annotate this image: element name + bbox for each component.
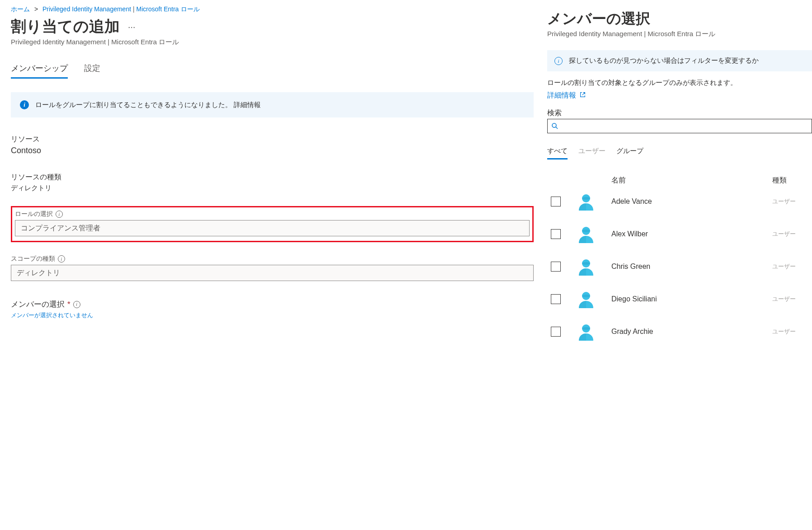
svg-line-1 xyxy=(556,127,558,129)
breadcrumb: ホーム > Privileged Identity Management | M… xyxy=(11,5,534,14)
member-name: Adele Vance xyxy=(611,197,772,206)
page-title: 割り当ての追加 xyxy=(11,16,120,37)
role-select-highlight: ロールの選択 i コンプライアンス管理者 xyxy=(11,206,534,242)
breadcrumb-home[interactable]: ホーム xyxy=(11,5,30,13)
member-name: Alex Wilber xyxy=(611,230,772,238)
avatar xyxy=(576,289,611,309)
member-name: Grady Archie xyxy=(611,328,772,336)
col-type-header: 種類 xyxy=(772,176,808,185)
breadcrumb-pim[interactable]: Privileged Identity Management xyxy=(42,5,131,13)
info-tooltip-icon[interactable]: i xyxy=(58,255,65,263)
resource-type-label: リソースの種類 xyxy=(11,173,534,182)
external-link-icon xyxy=(580,91,586,99)
svg-point-7 xyxy=(582,262,590,265)
scope-type-dropdown[interactable]: ディレクトリ xyxy=(11,265,534,281)
col-name-header: 名前 xyxy=(611,176,772,185)
avatar xyxy=(576,224,611,244)
scope-type-value: ディレクトリ xyxy=(17,268,60,278)
detail-info-link[interactable]: 詳細情報 xyxy=(547,91,586,100)
role-select-value: コンプライアンス管理者 xyxy=(21,224,100,233)
panel-info-text: 探しているものが見つからない場合はフィルターを変更するか xyxy=(569,56,759,65)
member-name: Diego Siciliani xyxy=(611,295,772,303)
no-member-selected-link[interactable]: メンバーが選択されていません xyxy=(11,311,534,319)
svg-point-0 xyxy=(552,123,556,127)
member-type: ユーザー xyxy=(772,328,808,336)
member-list-header: 名前 種類 xyxy=(547,176,812,185)
member-checkbox[interactable] xyxy=(551,327,561,337)
breadcrumb-roles[interactable]: Microsoft Entra ロール xyxy=(136,5,200,13)
member-checkbox[interactable] xyxy=(551,262,561,272)
more-icon[interactable]: ··· xyxy=(128,22,136,32)
member-row[interactable]: Alex Wilberユーザー xyxy=(547,218,812,250)
tab-membership[interactable]: メンバーシップ xyxy=(11,63,68,79)
info-icon: i xyxy=(554,57,563,65)
info-tooltip-icon[interactable]: i xyxy=(56,211,63,218)
member-checkbox[interactable] xyxy=(551,229,561,239)
info-icon: i xyxy=(20,100,29,109)
svg-point-9 xyxy=(582,295,590,297)
member-row[interactable]: Diego Sicilianiユーザー xyxy=(547,283,812,315)
role-select-label: ロールの選択 i xyxy=(15,210,530,218)
svg-point-5 xyxy=(582,230,590,232)
member-row[interactable]: Grady Archieユーザー xyxy=(547,315,812,348)
member-row[interactable]: Adele Vanceユーザー xyxy=(547,185,812,218)
avatar xyxy=(576,322,611,342)
resource-value: Contoso xyxy=(11,146,534,155)
member-name: Chris Green xyxy=(611,263,772,271)
search-label: 検索 xyxy=(547,108,812,118)
panel-subtitle: Privileged Identity Management | Microso… xyxy=(547,30,812,38)
avatar xyxy=(576,192,611,211)
panel-title: メンバーの選択 xyxy=(547,9,812,29)
resource-type-value: ディレクトリ xyxy=(11,184,534,192)
scope-type-label: スコープの種類 i xyxy=(11,255,534,263)
avatar xyxy=(576,257,611,277)
tab-settings[interactable]: 設定 xyxy=(84,63,100,79)
member-type: ユーザー xyxy=(772,263,808,271)
info-banner: i ロールをグループに割り当てることもできるようになりました。 詳細情報 xyxy=(11,92,534,117)
member-select-label: メンバーの選択 * i xyxy=(11,299,534,310)
breadcrumb-bar: | xyxy=(133,5,136,13)
filter-tab-all[interactable]: すべて xyxy=(547,147,568,159)
member-type: ユーザー xyxy=(772,197,808,206)
member-type: ユーザー xyxy=(772,230,808,238)
panel-info-banner: i 探しているものが見つからない場合はフィルターを変更するか xyxy=(547,50,812,71)
filter-tab-users[interactable]: ユーザー xyxy=(578,147,605,159)
member-checkbox[interactable] xyxy=(551,197,561,206)
svg-point-3 xyxy=(582,197,590,200)
required-asterisk: * xyxy=(67,300,70,309)
svg-point-11 xyxy=(582,327,590,330)
page-subtitle: Privileged Identity Management | Microso… xyxy=(11,38,534,47)
breadcrumb-sep: > xyxy=(34,5,38,13)
info-banner-text: ロールをグループに割り当てることもできるようになりました。 詳細情報 xyxy=(35,101,261,109)
member-row[interactable]: Chris Greenユーザー xyxy=(547,250,812,283)
panel-desc: ロールの割り当ての対象となるグループのみが表示されます。 xyxy=(547,79,812,87)
role-select-dropdown[interactable]: コンプライアンス管理者 xyxy=(15,220,530,236)
search-icon xyxy=(551,122,559,130)
resource-label: リソース xyxy=(11,135,534,144)
member-checkbox[interactable] xyxy=(551,294,561,304)
search-input[interactable] xyxy=(547,119,812,133)
info-tooltip-icon[interactable]: i xyxy=(73,301,80,308)
filter-tab-groups[interactable]: グループ xyxy=(616,147,643,159)
member-type: ユーザー xyxy=(772,295,808,303)
